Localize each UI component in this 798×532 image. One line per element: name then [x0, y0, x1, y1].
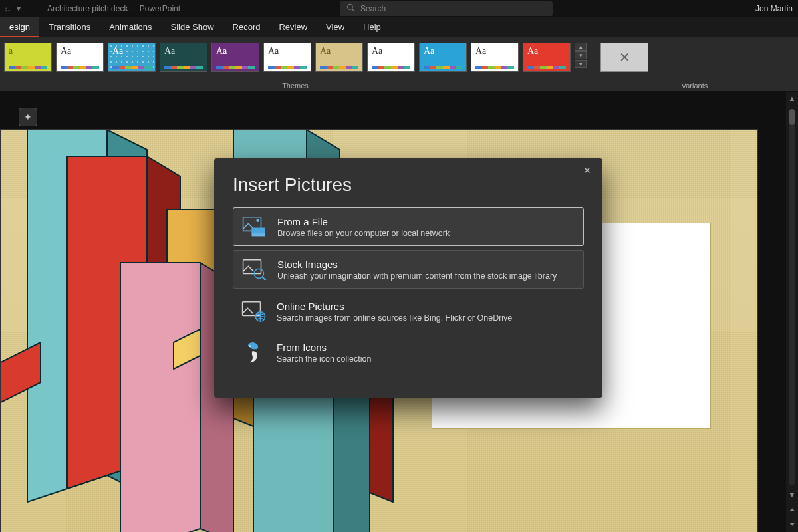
qat-icon[interactable]: ⎌ [5, 4, 10, 13]
tab-review[interactable]: Review [269, 17, 317, 37]
option-subtitle: Unleash your imagination with premium co… [277, 271, 575, 281]
gallery-down-button[interactable]: ▾ [575, 51, 587, 59]
gallery-up-button[interactable]: ▴ [575, 43, 587, 51]
search-box[interactable]: Search [340, 1, 553, 16]
close-icon: ✕ [619, 49, 630, 65]
insert-option-online[interactable]: Online PicturesSearch images from online… [233, 293, 584, 330]
variants-group: ✕ Variants [591, 37, 798, 91]
quick-access-toolbar: ⎌ ▾ [5, 4, 21, 13]
insert-pictures-dialog: ✕ Insert Pictures From a FileBrowse file… [214, 158, 602, 398]
option-title: From a File [277, 216, 575, 227]
designer-button[interactable]: ✦ [19, 108, 37, 126]
tab-help[interactable]: Help [354, 17, 390, 37]
themes-gallery-scroll: ▴ ▾ ▾ [575, 43, 587, 68]
insert-option-stock[interactable]: Stock ImagesUnleash your imagination wit… [233, 250, 584, 289]
option-subtitle: Search the icon collection [277, 354, 576, 364]
scroll-thumb[interactable] [789, 109, 795, 125]
svg-point-19 [257, 219, 259, 221]
scroll-up-button[interactable]: ▲ [787, 94, 797, 104]
tab-view[interactable]: View [317, 17, 354, 37]
option-subtitle: Browse files on your computer or local n… [277, 229, 575, 238]
search-icon [346, 3, 355, 14]
variant-thumb[interactable]: ✕ [600, 43, 648, 72]
variants-group-label: Variants [591, 82, 798, 90]
theme-thumb[interactable]: Aa [160, 43, 207, 72]
stock-icon [241, 257, 268, 281]
tab-slide-show[interactable]: Slide Show [162, 17, 223, 37]
theme-thumb[interactable]: Aa [419, 43, 467, 72]
option-title: From Icons [277, 342, 576, 353]
sparkle-icon: ✦ [24, 112, 32, 122]
svg-line-1 [352, 9, 354, 11]
ribbon: aAaAaAaAaAaAaAaAaAaAa ▴ ▾ ▾ Themes ✕ Var… [0, 37, 798, 92]
tab-transitions[interactable]: Transitions [39, 17, 100, 37]
insert-option-icons[interactable]: From IconsSearch the icon collection [233, 334, 584, 371]
account-name[interactable]: Jon Martin [755, 4, 793, 13]
close-icon: ✕ [583, 165, 591, 176]
vertical-scrollbar[interactable]: ▲ ▼ ⏶ ⏷ [786, 92, 798, 532]
svg-point-0 [348, 5, 353, 10]
option-subtitle: Search images from online sources like B… [277, 313, 576, 323]
next-slide-button[interactable]: ⏷ [787, 520, 797, 529]
svg-point-27 [249, 346, 251, 347]
tab-animations[interactable]: Animations [100, 17, 161, 37]
theme-thumb[interactable]: Aa [263, 43, 311, 72]
icons-icon [241, 340, 267, 364]
dialog-close-button[interactable]: ✕ [581, 165, 593, 177]
theme-thumb[interactable]: Aa [315, 43, 363, 72]
theme-thumb[interactable]: Aa [367, 43, 415, 72]
dialog-title: Insert Pictures [233, 174, 584, 196]
themes-group-label: Themes [0, 82, 591, 90]
titlebar: ⎌ ▾ Architecture pitch deck - PowerPoint… [0, 0, 798, 17]
option-title: Stock Images [277, 259, 575, 270]
svg-line-24 [262, 277, 266, 280]
svg-rect-21 [253, 234, 264, 235]
svg-marker-8 [120, 263, 200, 532]
theme-thumb[interactable]: Aa [108, 43, 156, 72]
document-title: Architecture pitch deck - PowerPoint [47, 4, 180, 13]
ribbon-tabs: esign Transitions Animations Slide Show … [0, 17, 798, 37]
tab-record[interactable]: Record [223, 17, 270, 37]
scroll-down-button[interactable]: ▼ [787, 491, 797, 500]
file-icon [241, 215, 268, 239]
qat-icon[interactable]: ▾ [17, 4, 21, 13]
tab-design[interactable]: esign [0, 17, 39, 37]
gallery-more-button[interactable]: ▾ [575, 60, 587, 68]
search-placeholder: Search [360, 4, 386, 13]
theme-thumb[interactable]: Aa [211, 43, 259, 72]
theme-thumb[interactable]: a [4, 43, 52, 72]
theme-thumb[interactable]: Aa [471, 43, 519, 72]
themes-group: aAaAaAaAaAaAaAaAaAaAa ▴ ▾ ▾ Themes [0, 37, 591, 91]
theme-thumb[interactable]: Aa [56, 43, 104, 72]
scroll-track[interactable] [789, 109, 795, 485]
insert-option-file[interactable]: From a FileBrowse files on your computer… [233, 207, 584, 246]
online-icon [241, 299, 267, 323]
svg-rect-22 [243, 260, 261, 274]
option-title: Online Pictures [277, 301, 576, 312]
theme-thumb[interactable]: Aa [523, 43, 571, 72]
prev-slide-button[interactable]: ⏶ [787, 505, 797, 515]
